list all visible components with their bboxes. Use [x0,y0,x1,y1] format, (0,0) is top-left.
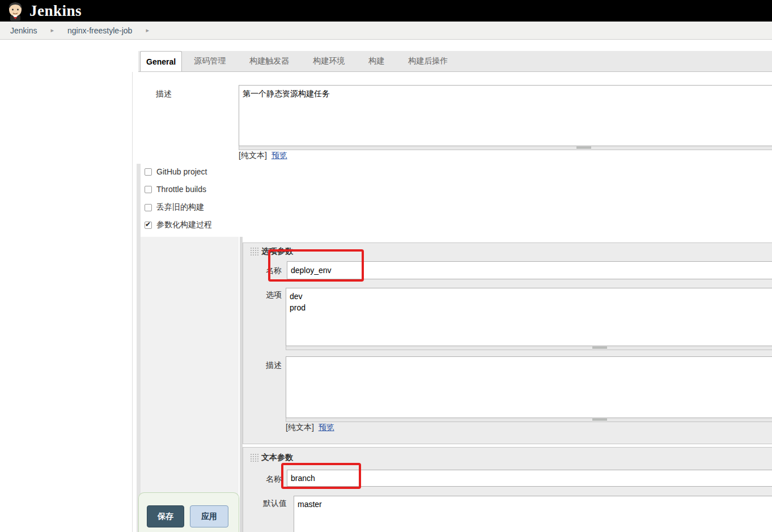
resize-grip-icon [592,347,607,349]
drag-handle-icon[interactable] [250,247,258,257]
config-tabbar: General 源码管理 构建触发器 构建环境 构建 构建后操作 [138,51,772,72]
preview-link[interactable]: 预览 [272,151,287,160]
parameters-left-gutter [141,237,239,532]
choice-parameter-title: 选项参数 [261,246,293,257]
app-header: Jenkins [0,0,772,22]
breadcrumb-arrow-icon[interactable]: ▸ [146,27,149,34]
github-project-label: GitHub project [156,167,207,176]
text-default-textarea[interactable]: master [294,496,772,532]
choice-preview-line: [纯文本] 预览 [286,423,334,433]
github-project-checkbox[interactable] [145,168,152,176]
form-left-border [132,72,133,532]
drag-handle-icon[interactable] [250,453,258,463]
tab-build-environment[interactable]: 构建环境 [301,51,357,71]
choice-options-resize-handle[interactable] [286,346,772,350]
text-parameter-section: 文本参数 名称 默认值 master [243,447,772,532]
throttle-builds-label: Throttle builds [156,185,206,194]
save-bar: 保存 应用 [138,492,239,532]
tab-source-management[interactable]: 源码管理 [182,51,237,71]
choice-parameter-section: 选项参数 名称 选项 dev prod 描述 [纯文本] 预览 [243,242,772,444]
choice-description-label: 描述 [266,360,282,371]
apply-button[interactable]: 应用 [190,505,228,527]
resize-grip-icon [592,419,607,421]
throttle-builds-checkbox[interactable] [145,186,152,193]
description-label: 描述 [156,89,172,99]
preview-link[interactable]: 预览 [319,423,334,432]
breadcrumb-item-job[interactable]: nginx-freestyle-job [67,26,132,35]
section-indent-strip [137,164,141,532]
text-default-label: 默认值 [263,499,287,509]
choice-name-input[interactable] [287,261,772,279]
discard-old-builds-label: 丢弃旧的构建 [156,202,204,212]
discard-old-builds-checkbox[interactable] [145,204,152,211]
parameterized-build-label: 参数化构建过程 [156,220,212,230]
choice-options-textarea[interactable]: dev prod [286,288,772,346]
text-parameter-title: 文本参数 [261,453,293,463]
breadcrumb-arrow-icon[interactable]: ▸ [50,27,54,34]
tab-build[interactable]: 构建 [357,51,396,71]
choice-description-textarea[interactable] [286,356,772,418]
description-resize-handle[interactable] [239,146,772,150]
checkbox-row-parameterized-build[interactable]: 参数化构建过程 [145,220,212,230]
checkbox-row-discard-old-builds[interactable]: 丢弃旧的构建 [145,202,204,212]
breadcrumb-item-jenkins[interactable]: Jenkins [10,26,37,35]
parameterized-build-checkbox[interactable] [145,222,152,229]
checkbox-row-github-project[interactable]: GitHub project [145,167,207,176]
text-name-label: 名称 [266,474,282,484]
description-preview-line: [纯文本] 预览 [239,151,287,161]
tab-build-triggers[interactable]: 构建触发器 [237,51,301,71]
choice-options-label: 选项 [266,290,282,300]
resize-grip-icon [576,147,591,149]
description-textarea[interactable]: 第一个静态资源构建任务 [239,85,772,146]
checkbox-row-throttle-builds[interactable]: Throttle builds [145,185,206,194]
tab-post-build-actions[interactable]: 构建后操作 [396,51,460,71]
choice-name-label: 名称 [266,266,282,276]
jenkins-butler-logo-icon[interactable] [5,1,26,21]
plain-text-label: [纯文本] [239,151,267,160]
jenkins-config-page: Jenkins Jenkins ▸ nginx-freestyle-job ▸ … [0,0,772,532]
choice-description-resize-handle[interactable] [286,418,772,422]
tab-general[interactable]: General [140,51,182,71]
save-button[interactable]: 保存 [147,505,184,527]
plain-text-label: [纯文本] [286,423,314,432]
text-name-input[interactable] [287,470,772,487]
breadcrumb: Jenkins ▸ nginx-freestyle-job ▸ [0,22,772,40]
app-title[interactable]: Jenkins [29,2,82,20]
